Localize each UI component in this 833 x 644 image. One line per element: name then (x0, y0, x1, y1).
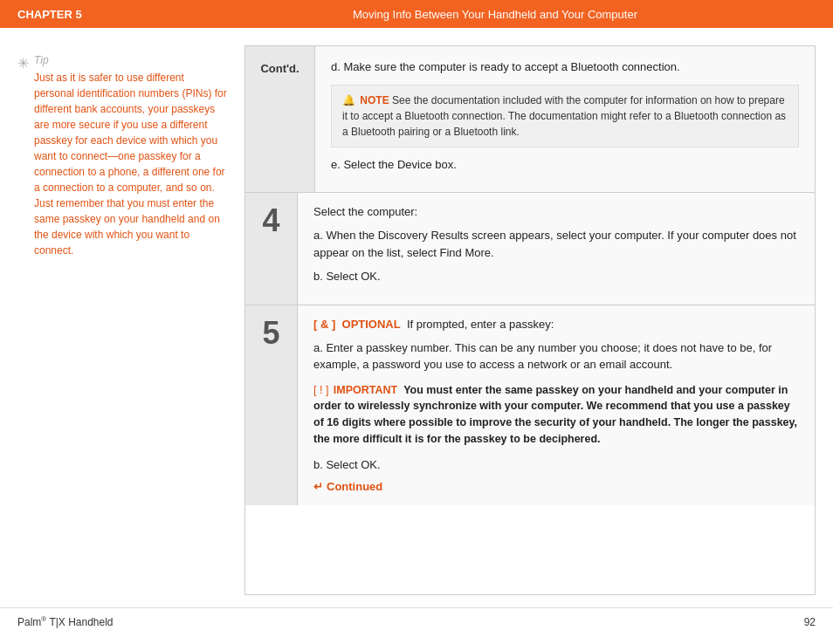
contd-label-cell: Cont'd. (245, 46, 315, 192)
note-label: NOTE (360, 94, 389, 106)
contd-section: Cont'd. d. Make sure the computer is rea… (245, 46, 815, 193)
continued-arrow: ↵ (313, 480, 323, 493)
main-content: ✳ Tip Just as it is safer to use differe… (0, 28, 833, 604)
step4-number: 4 (262, 205, 279, 236)
step5-section: 5 [ & ] OPTIONAL If prompted, enter a pa… (245, 305, 815, 506)
contd-inner: Cont'd. d. Make sure the computer is rea… (245, 46, 815, 192)
step5-optional-line: [ & ] OPTIONAL If prompted, enter a pass… (313, 318, 799, 331)
step4-b: b. Select OK. (313, 268, 799, 285)
footer-page: 92 (804, 616, 816, 628)
footer: Palm® T|X Handheld 92 (0, 607, 833, 635)
step5-body: [ & ] OPTIONAL If prompted, enter a pass… (298, 305, 815, 506)
step5-optional-label: OPTIONAL (342, 318, 401, 331)
step5-optional-bracket: [ & ] (313, 318, 335, 331)
content-area: Cont'd. d. Make sure the computer is rea… (244, 45, 816, 595)
important-icon: [ ! ] (313, 384, 328, 396)
step4-number-cell: 4 (245, 193, 298, 305)
step5-number-cell: 5 (245, 305, 298, 506)
header-bar: CHAPTER 5 Moving Info Between Your Handh… (0, 0, 833, 28)
step4-inner: 4 Select the computer: a. When the Disco… (245, 193, 815, 305)
contd-label: Cont'd. (260, 62, 299, 75)
continued-text: Continued (327, 480, 382, 493)
step5-number: 5 (262, 318, 279, 349)
contd-body: d. Make sure the computer is ready to ac… (315, 46, 815, 192)
step5-inner: 5 [ & ] OPTIONAL If prompted, enter a pa… (245, 305, 815, 506)
tip-container: ✳ Tip Just as it is safer to use differe… (17, 54, 227, 258)
footer-superscript: ® (41, 615, 46, 623)
header-title: Moving Info Between Your Handheld and Yo… (175, 8, 816, 21)
contd-step-d: d. Make sure the computer is ready to ac… (331, 58, 799, 76)
note-text: See the documentation included with the … (342, 94, 786, 138)
step4-body: Select the computer: a. When the Discove… (298, 193, 815, 305)
tip-label: Tip (34, 54, 227, 66)
step4-intro: Select the computer: (313, 205, 799, 218)
contd-step-e: e. Select the Device box. (331, 156, 799, 174)
footer-brand: Palm® T|X Handheld (17, 615, 114, 628)
continued-label: ↵ Continued (313, 480, 799, 493)
footer-brand-name: Palm (17, 616, 41, 628)
tip-icon: ✳ (17, 55, 29, 72)
step5-a: a. Enter a passkey number. This can be a… (313, 339, 799, 373)
important-label: IMPORTANT (334, 384, 397, 396)
note-block: 🔔 NOTE See the documentation included wi… (331, 85, 799, 147)
step5-optional-intro: If prompted, enter a passkey: (407, 318, 554, 331)
step4-a: a. When the Discovery Results screen app… (313, 227, 799, 261)
tip-text: Just as it is safer to use different per… (34, 70, 227, 258)
footer-model: T|X (49, 616, 65, 628)
header-chapter: CHAPTER 5 (17, 8, 175, 21)
note-icon: 🔔 (342, 94, 355, 106)
footer-type: Handheld (68, 616, 113, 628)
step5-b: b. Select OK. (313, 456, 799, 474)
sidebar: ✳ Tip Just as it is safer to use differe… (17, 45, 227, 595)
tip-content: Tip Just as it is safer to use different… (34, 54, 227, 258)
step4-section: 4 Select the computer: a. When the Disco… (245, 193, 815, 305)
important-block: [ ! ] IMPORTANT You must enter the same … (313, 382, 799, 448)
